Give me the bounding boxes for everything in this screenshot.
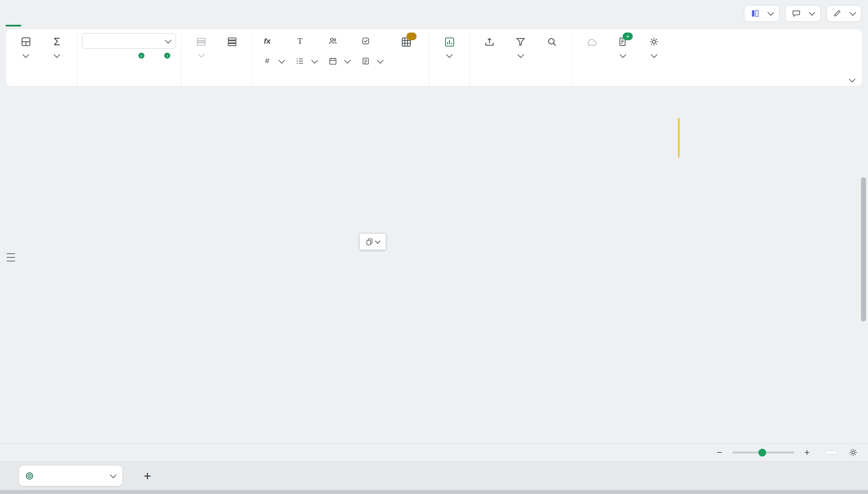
paste-options-button[interactable] bbox=[359, 233, 386, 250]
ribbon-group-insert-column: fx # T bbox=[252, 29, 429, 86]
insert-row-button bbox=[186, 32, 216, 59]
insert-date-button[interactable] bbox=[323, 54, 355, 69]
increase-decimals-arrow-icon: › bbox=[164, 53, 170, 59]
currency-format-button[interactable] bbox=[111, 55, 115, 58]
search-button[interactable] bbox=[537, 32, 567, 51]
row-drag-handle[interactable] bbox=[7, 253, 15, 261]
ribbon-group-number: ‹ › bbox=[77, 29, 181, 86]
zoom-slider[interactable] bbox=[732, 452, 794, 454]
zoom-slider-thumb[interactable] bbox=[758, 449, 766, 456]
sheet-tab-bar: + bbox=[0, 461, 868, 490]
formula-icon: fx bbox=[263, 37, 272, 45]
ribbon-group-insert-row bbox=[181, 29, 253, 86]
chevron-down-icon bbox=[620, 52, 626, 58]
menu-item-format[interactable] bbox=[37, 0, 52, 26]
manage-measures-button[interactable] bbox=[389, 32, 424, 51]
ribbon-toolbar: Σ ‹ bbox=[6, 29, 863, 87]
chevron-down-icon bbox=[22, 52, 29, 58]
chevron-down-icon bbox=[651, 52, 657, 58]
measures-count-badge bbox=[406, 33, 417, 40]
chevron-down-icon bbox=[198, 51, 205, 57]
comments-button[interactable] bbox=[785, 5, 821, 22]
settings-gear-icon[interactable] bbox=[848, 448, 858, 457]
top-action-buttons bbox=[744, 0, 862, 26]
search-icon bbox=[546, 36, 557, 48]
menu-bar bbox=[0, 0, 868, 26]
plan-button[interactable] bbox=[434, 32, 464, 58]
layout-icon bbox=[20, 36, 32, 48]
menu-item-settings[interactable] bbox=[83, 0, 98, 26]
zoom-out-button[interactable]: − bbox=[714, 447, 725, 458]
decrease-decimals-button[interactable]: ‹ bbox=[137, 55, 141, 58]
menu-item-writeback[interactable] bbox=[52, 0, 67, 26]
ribbon-group-layout: Σ bbox=[6, 29, 77, 86]
percent-format-button[interactable] bbox=[85, 55, 89, 58]
quick-format-select[interactable] bbox=[82, 33, 176, 49]
main-menu bbox=[6, 0, 99, 26]
window-bottom-edge bbox=[0, 490, 868, 494]
number-icon: # bbox=[263, 57, 272, 65]
scrollbar-thumb[interactable] bbox=[861, 177, 866, 321]
calendar-icon bbox=[328, 57, 337, 65]
insert-column-grid: fx # T bbox=[257, 34, 387, 69]
insert-text-button[interactable]: T bbox=[290, 34, 322, 49]
ribbon-group-plan bbox=[429, 29, 469, 86]
menu-item-home[interactable] bbox=[6, 0, 21, 26]
manage-columns-icon bbox=[750, 9, 760, 18]
chevron-down-icon bbox=[377, 57, 383, 63]
zoom-level[interactable] bbox=[825, 451, 837, 454]
filter-button[interactable] bbox=[506, 32, 536, 58]
layout-button[interactable] bbox=[11, 32, 41, 58]
insert-number-button[interactable]: # bbox=[257, 54, 289, 69]
comments-icon bbox=[792, 9, 801, 18]
top-n-button[interactable] bbox=[475, 32, 504, 51]
chevron-down-icon bbox=[768, 10, 774, 16]
zoom-controls: − + bbox=[714, 447, 858, 458]
others-button[interactable] bbox=[639, 32, 669, 58]
paste-icon bbox=[365, 238, 374, 246]
notes-icon: + bbox=[618, 36, 628, 48]
increase-decimals-button[interactable]: › bbox=[162, 55, 167, 58]
insert-row-icon bbox=[196, 36, 207, 48]
sheet-tab-planning[interactable] bbox=[19, 465, 123, 486]
insert-list-button[interactable] bbox=[290, 54, 322, 69]
manage-columns-button[interactable] bbox=[744, 5, 779, 22]
audit-icon bbox=[361, 57, 370, 65]
notes-add-badge: + bbox=[623, 33, 633, 40]
menu-item-plan[interactable] bbox=[21, 0, 37, 26]
insert-formula-button[interactable]: fx bbox=[257, 34, 289, 49]
insert-audit-button[interactable] bbox=[356, 54, 388, 69]
writeback-cloud-icon bbox=[586, 36, 598, 48]
decrease-decimals-arrow-icon: ‹ bbox=[138, 53, 144, 59]
text-icon: T bbox=[295, 37, 305, 46]
chevron-down-icon bbox=[446, 52, 452, 58]
chevron-down-icon bbox=[809, 10, 815, 16]
vertical-scrollbar[interactable] bbox=[861, 111, 867, 432]
chevron-down-icon bbox=[850, 10, 856, 16]
chevron-down-icon bbox=[518, 52, 524, 58]
zoom-in-button[interactable]: + bbox=[802, 447, 812, 458]
chevron-down-icon bbox=[54, 52, 60, 58]
manage-rows-icon bbox=[227, 36, 238, 48]
app-window: Σ ‹ bbox=[0, 0, 868, 494]
person-icon bbox=[328, 36, 337, 45]
ribbon-collapse-icon[interactable] bbox=[849, 76, 855, 82]
plan-chart-icon bbox=[444, 36, 456, 48]
insert-person-button[interactable] bbox=[323, 34, 355, 49]
menu-item-infobridge[interactable] bbox=[68, 0, 83, 26]
manage-rows-button[interactable] bbox=[217, 32, 247, 51]
insert-checkbox-button[interactable] bbox=[356, 34, 388, 49]
editing-button[interactable] bbox=[826, 5, 862, 22]
pencil-icon bbox=[833, 9, 842, 17]
totals-button[interactable]: Σ bbox=[42, 32, 72, 58]
planning-tab-icon bbox=[25, 471, 34, 480]
chevron-down-icon bbox=[344, 57, 350, 63]
notes-button[interactable]: + bbox=[608, 32, 638, 58]
top-n-icon bbox=[484, 36, 495, 48]
status-bar: − + bbox=[0, 443, 868, 461]
checkbox-icon bbox=[361, 37, 370, 45]
chevron-down-icon bbox=[165, 37, 172, 43]
ribbon-group-actions: + bbox=[572, 29, 674, 86]
chevron-down-icon bbox=[311, 57, 318, 63]
add-sheet-button[interactable]: + bbox=[144, 470, 151, 482]
